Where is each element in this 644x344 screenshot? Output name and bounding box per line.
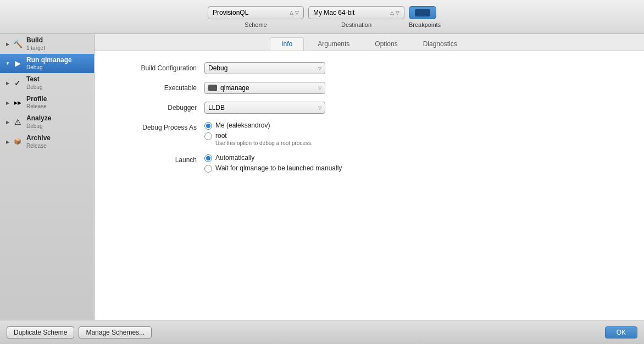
test-icon: ✓	[12, 77, 23, 88]
main-content: 🔨 Build 1 target ▶ Run qlmanage Debug ✓	[0, 34, 644, 320]
test-item-sub: Debug	[26, 84, 42, 91]
launch-wait-radio[interactable]	[204, 165, 212, 173]
debug-process-row: Debug Process As Me (ealeksandrov)	[116, 121, 622, 146]
archive-item-name: Archive	[26, 134, 51, 143]
executable-arrow-icon: ▽	[318, 86, 321, 91]
sidebar-item-test[interactable]: ✓ Test Debug	[0, 73, 94, 93]
expand-icon-profile	[4, 99, 11, 106]
debugger-row: Debugger LLDB ▽	[116, 102, 622, 114]
breakpoints-icon	[415, 9, 430, 16]
build-config-control: Debug ▽	[204, 62, 369, 74]
duplicate-scheme-button[interactable]: Duplicate Scheme	[7, 326, 74, 339]
analyze-icon: ⚠	[12, 116, 23, 127]
profile-icon: ▶▶	[12, 97, 23, 108]
tab-diagnostics[interactable]: Diagnostics	[412, 37, 469, 51]
right-panel: Info Arguments Options Diagnostics Build…	[95, 34, 644, 320]
sidebar-item-run[interactable]: ▶ Run qlmanage Debug	[0, 54, 94, 74]
window: ProvisionQL △ ▽ My Mac 64-bit △ ▽ Scheme…	[0, 0, 644, 344]
debug-process-me-item[interactable]: Me (ealeksandrov)	[204, 121, 369, 130]
expand-icon-analyze	[4, 119, 11, 125]
toolbar-center: ProvisionQL △ ▽ My Mac 64-bit △ ▽ Scheme…	[208, 6, 436, 28]
run-icon: ▶	[12, 58, 23, 69]
sidebar-item-analyze-text: Analyze Debug	[26, 114, 51, 130]
sidebar: 🔨 Build 1 target ▶ Run qlmanage Debug ✓	[0, 34, 95, 320]
sidebar-item-build-text: Build 1 target	[26, 36, 45, 52]
debugger-value: LLDB	[208, 104, 225, 112]
build-config-row: Build Configuration Debug ▽	[116, 62, 622, 74]
sidebar-item-profile[interactable]: ▶▶ Profile Release	[0, 93, 94, 113]
executable-value: qlmanage	[220, 84, 249, 92]
launch-row: Launch Automatically Wait for qlmanage t…	[116, 154, 622, 173]
analyze-item-name: Analyze	[26, 114, 51, 123]
archive-item-sub: Release	[26, 143, 51, 149]
executable-control: qlmanage ▽	[204, 82, 369, 94]
build-config-arrow-icon: ▽	[318, 66, 321, 71]
debug-process-root-sublabel: Use this option to debug a root process.	[215, 140, 313, 146]
profile-item-sub: Release	[26, 103, 47, 110]
destination-arrow-icon: △ ▽	[390, 10, 399, 15]
launch-automatically-item[interactable]: Automatically	[204, 154, 369, 162]
breakpoints-label: Breakpoints	[409, 21, 436, 28]
debug-process-label: Debug Process As	[116, 121, 204, 131]
debug-process-control: Me (ealeksandrov) root Use this option t…	[204, 121, 369, 146]
analyze-item-sub: Debug	[26, 123, 51, 130]
build-item-sub: 1 target	[26, 45, 45, 52]
launch-label: Launch	[116, 154, 204, 164]
destination-label: Destination	[308, 21, 404, 28]
debug-process-me-label: Me (ealeksandrov)	[215, 121, 270, 129]
launch-control: Automatically Wait for qlmanage to be la…	[204, 154, 369, 173]
profile-item-name: Profile	[26, 95, 47, 104]
run-item-name: Run qlmanage	[26, 56, 72, 65]
archive-icon: 📦	[12, 136, 23, 147]
launch-automatically-label: Automatically	[215, 154, 254, 162]
executable-file-icon	[208, 85, 217, 91]
destination-value: My Mac 64-bit	[313, 9, 354, 16]
debug-process-radio-group: Me (ealeksandrov) root Use this option t…	[204, 121, 369, 146]
sidebar-item-build[interactable]: 🔨 Build 1 target	[0, 34, 94, 54]
manage-schemes-button[interactable]: Manage Schemes...	[79, 326, 152, 339]
build-item-name: Build	[26, 36, 45, 45]
scheme-selector[interactable]: ProvisionQL △ ▽	[208, 6, 304, 19]
tab-arguments[interactable]: Arguments	[306, 37, 361, 51]
launch-wait-label: Wait for qlmanage to be launched manuall…	[215, 164, 342, 172]
bottom-bar: Duplicate Scheme Manage Schemes... OK	[0, 320, 644, 344]
build-config-label: Build Configuration	[116, 62, 204, 72]
debug-process-root-item[interactable]: root Use this option to debug a root pro…	[204, 132, 369, 146]
sidebar-item-archive-text: Archive Release	[26, 134, 51, 149]
tab-info[interactable]: Info	[270, 37, 304, 51]
tab-options[interactable]: Options	[363, 37, 409, 51]
debug-process-root-label: root	[215, 132, 313, 140]
sidebar-item-archive[interactable]: 📦 Archive Release	[0, 132, 94, 152]
toolbar-controls: ProvisionQL △ ▽ My Mac 64-bit △ ▽	[208, 6, 436, 19]
ok-button[interactable]: OK	[605, 326, 637, 339]
executable-label: Executable	[116, 82, 204, 92]
debug-process-root-radio[interactable]	[204, 132, 212, 140]
sidebar-item-profile-text: Profile Release	[26, 95, 47, 110]
expand-icon-test	[4, 80, 11, 86]
build-config-value: Debug	[208, 64, 227, 72]
expand-icon-run	[4, 60, 11, 66]
tab-bar: Info Arguments Options Diagnostics	[95, 34, 644, 51]
debugger-select[interactable]: LLDB ▽	[204, 102, 325, 114]
debug-process-me-radio[interactable]	[204, 122, 212, 130]
scheme-arrow-icon: △ ▽	[290, 10, 299, 15]
executable-select[interactable]: qlmanage ▽	[204, 82, 325, 94]
build-config-select[interactable]: Debug ▽	[204, 62, 325, 74]
sidebar-item-test-text: Test Debug	[26, 75, 42, 91]
scheme-label: Scheme	[208, 21, 304, 28]
launch-automatically-radio[interactable]	[204, 154, 212, 162]
toolbar-labels: Scheme Destination Breakpoints	[208, 21, 436, 28]
debugger-label: Debugger	[116, 102, 204, 112]
expand-icon-build	[4, 41, 11, 47]
destination-selector[interactable]: My Mac 64-bit △ ▽	[308, 6, 404, 19]
toolbar: ProvisionQL △ ▽ My Mac 64-bit △ ▽ Scheme…	[0, 0, 644, 34]
hammer-icon: 🔨	[12, 38, 23, 49]
sidebar-item-analyze[interactable]: ⚠ Analyze Debug	[0, 112, 94, 132]
debugger-control: LLDB ▽	[204, 102, 369, 114]
test-item-name: Test	[26, 75, 42, 84]
sidebar-item-run-text: Run qlmanage Debug	[26, 56, 72, 71]
content-area: Build Configuration Debug ▽ Executable	[95, 51, 644, 320]
run-item-sub: Debug	[26, 64, 72, 71]
breakpoints-button[interactable]	[409, 6, 436, 19]
launch-wait-item[interactable]: Wait for qlmanage to be launched manuall…	[204, 164, 369, 173]
